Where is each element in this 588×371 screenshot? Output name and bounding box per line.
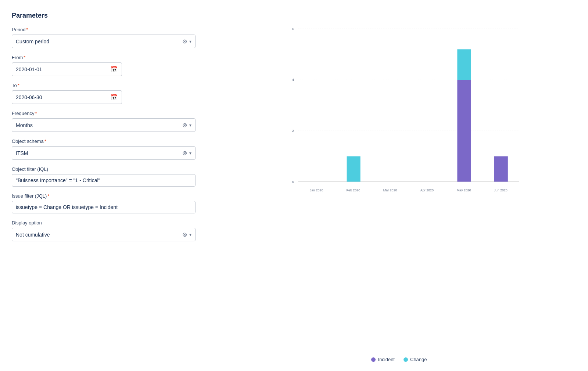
display-option-field-group: Display option Not cumulative ⊗ ▾ [12,220,201,241]
bar-chart: 6 4 2 0 [240,12,569,203]
period-label: Period * [12,27,201,32]
frequency-label: Frequency * [12,111,201,116]
display-option-label: Display option [12,220,201,226]
svg-text:Mar 2020: Mar 2020 [383,188,397,192]
to-label: To * [12,83,201,88]
issue-filter-label: Issue filter (JQL) * [12,193,201,199]
incident-label: Incident [378,357,395,362]
object-schema-field-group: Object schema * ITSM ⊗ ▾ [12,138,201,160]
issue-filter-required: * [47,193,49,199]
change-dot [404,357,408,362]
frequency-required: * [35,111,37,116]
svg-text:Jun 2020: Jun 2020 [494,188,508,192]
object-schema-select-icons: ⊗ ▾ [182,150,191,156]
issue-filter-input[interactable] [12,201,196,213]
period-select[interactable]: Custom period ⊗ ▾ [12,35,196,48]
svg-text:Feb 2020: Feb 2020 [347,188,361,192]
display-option-chevron-icon[interactable]: ▾ [189,232,191,237]
frequency-clear-icon[interactable]: ⊗ [182,122,187,129]
object-schema-value: ITSM [16,150,182,156]
object-filter-label: Object filter (IQL) [12,166,201,172]
to-date-value: 2020-06-30 [16,94,42,100]
chart-area: 6 4 2 0 [222,9,576,354]
bar-may-change [457,49,471,80]
object-schema-select[interactable]: ITSM ⊗ ▾ [12,146,196,160]
period-clear-icon[interactable]: ⊗ [182,38,187,45]
object-filter-field-group: Object filter (IQL) [12,166,201,187]
object-schema-required: * [44,138,46,144]
frequency-chevron-icon[interactable]: ▾ [189,123,191,128]
chart-legend: Incident Change [222,354,576,362]
period-chevron-icon[interactable]: ▾ [189,39,191,44]
bar-feb-change [347,156,361,181]
frequency-field-group: Frequency * Months ⊗ ▾ [12,111,201,132]
from-date-input[interactable]: 2020-01-01 📅 [12,62,122,76]
bar-may-incident [457,80,471,181]
from-calendar-icon: 📅 [111,66,118,73]
svg-text:Apr 2020: Apr 2020 [420,188,434,192]
frequency-select[interactable]: Months ⊗ ▾ [12,118,196,132]
period-field-group: Period * Custom period ⊗ ▾ [12,27,201,48]
from-label: From * [12,55,201,60]
frequency-select-icons: ⊗ ▾ [182,122,191,129]
legend-item-incident: Incident [371,357,395,362]
object-schema-clear-icon[interactable]: ⊗ [182,150,187,156]
change-label: Change [410,357,427,362]
from-required: * [24,55,25,60]
chart-container: 6 4 2 0 [222,9,576,362]
svg-text:May 2020: May 2020 [457,188,471,192]
object-schema-chevron-icon[interactable]: ▾ [189,151,191,156]
period-value: Custom period [16,39,182,44]
svg-text:2: 2 [292,129,294,133]
svg-text:Jan 2020: Jan 2020 [310,188,323,192]
to-date-input[interactable]: 2020-06-30 📅 [12,90,122,104]
object-schema-label: Object schema * [12,138,201,144]
to-field-group: To * 2020-06-30 📅 [12,83,201,104]
period-required: * [26,27,28,32]
incident-dot [371,357,376,362]
from-date-value: 2020-01-01 [16,66,42,72]
legend-item-change: Change [404,357,427,362]
frequency-value: Months [16,122,182,128]
period-select-icons: ⊗ ▾ [182,38,191,45]
svg-text:4: 4 [292,78,294,82]
right-panel: 6 4 2 0 [213,0,588,371]
object-filter-input[interactable] [12,174,196,187]
left-panel: Parameters Period * Custom period ⊗ ▾ Fr… [0,0,213,371]
issue-filter-field-group: Issue filter (JQL) * [12,193,201,213]
display-option-select[interactable]: Not cumulative ⊗ ▾ [12,228,196,241]
display-option-clear-icon[interactable]: ⊗ [182,231,187,238]
display-option-select-icons: ⊗ ▾ [182,231,191,238]
to-required: * [18,83,19,88]
display-option-value: Not cumulative [16,232,182,238]
svg-text:0: 0 [292,180,294,184]
bar-jun-incident [494,156,508,181]
svg-text:6: 6 [292,27,294,31]
page-title: Parameters [12,12,201,19]
from-field-group: From * 2020-01-01 📅 [12,55,201,76]
to-calendar-icon: 📅 [111,94,118,101]
